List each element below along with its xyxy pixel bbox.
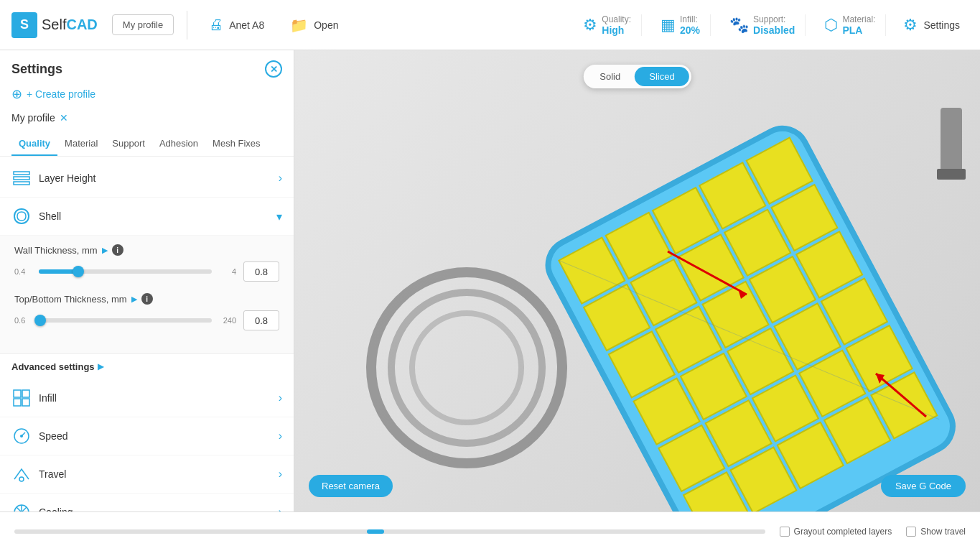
open-button[interactable]: 📁 Open xyxy=(281,12,347,38)
remove-profile-button[interactable]: ✕ xyxy=(60,112,68,124)
bottom-bar: Grayout completed layers Show travel xyxy=(0,511,980,551)
printer-label: Anet A8 xyxy=(229,19,264,31)
base-ring-small xyxy=(409,310,524,425)
view-sliced-button[interactable]: Sliced xyxy=(635,67,689,86)
tab-mesh-fixes[interactable]: Mesh Fixes xyxy=(205,132,267,156)
infill-arrow: › xyxy=(279,392,282,404)
show-travel-checkbox[interactable] xyxy=(906,527,916,537)
profile-button[interactable]: My profile xyxy=(112,14,174,35)
quality-icon: ⚙ xyxy=(583,16,597,34)
settings-tabs: Quality Material Support Adhesion Mesh F… xyxy=(0,132,294,157)
layer-scrollbar-thumb[interactable] xyxy=(367,529,384,534)
infill-text: Infill: 20% xyxy=(680,14,700,36)
slider-thumb-2[interactable] xyxy=(34,315,46,326)
cooling-left: Cooling xyxy=(11,502,73,511)
support-info[interactable]: 🐾 Support: Disabled xyxy=(719,14,806,36)
topbottom-value[interactable]: 0.8 xyxy=(243,310,279,330)
grayout-layers-checkbox-item: Grayout completed layers xyxy=(780,527,892,537)
layer-height-section[interactable]: Layer Height › xyxy=(0,159,294,198)
show-travel-label: Show travel xyxy=(920,527,966,537)
reset-camera-button[interactable]: Reset camera xyxy=(309,475,393,497)
travel-label: Travel xyxy=(39,468,66,480)
layer-scrollbar[interactable] xyxy=(14,529,765,534)
advanced-arrow-icon: ▶ xyxy=(98,362,103,371)
topbottom-slider-row: 0.6 240 0.8 xyxy=(14,310,279,330)
svg-point-9 xyxy=(19,477,24,481)
settings-title: Settings xyxy=(11,62,62,77)
gear-icon: ⚙ xyxy=(903,16,918,34)
wall-thickness-info-button[interactable]: i xyxy=(112,244,123,256)
svg-rect-15 xyxy=(941,108,962,172)
cooling-section[interactable]: Cooling › xyxy=(0,494,294,511)
open-label: Open xyxy=(314,19,338,31)
layer-height-label: Layer Height xyxy=(39,172,95,184)
model-svg xyxy=(524,108,980,511)
grayout-layers-checkbox[interactable] xyxy=(780,527,790,537)
material-text: Material: PLA xyxy=(842,14,875,36)
tab-material[interactable]: Material xyxy=(57,132,105,156)
viewport: Solid Sliced Reset camera Save G Code xyxy=(294,50,980,511)
my-profile-row: My profile ✕ xyxy=(0,109,294,132)
topbar: S SelfCAD My profile 🖨 Anet A8 📁 Open ⚙ … xyxy=(0,0,980,50)
slider-track-2 xyxy=(39,318,212,323)
settings-button[interactable]: ⚙ Settings xyxy=(895,11,969,39)
printer-selector[interactable]: 🖨 Anet A8 xyxy=(200,12,273,37)
folder-icon: 📁 xyxy=(290,17,308,34)
wall-thickness-value[interactable]: 0.8 xyxy=(243,261,279,282)
shell-section[interactable]: Shell ▾ xyxy=(0,198,294,236)
svg-rect-1 xyxy=(14,177,29,180)
infill-section[interactable]: Infill › xyxy=(0,379,294,417)
slider-thumb[interactable] xyxy=(73,266,84,277)
topbottom-info-button[interactable]: i xyxy=(141,293,153,305)
speed-section[interactable]: Speed › xyxy=(0,417,294,455)
tab-adhesion[interactable]: Adhesion xyxy=(152,132,205,156)
svg-rect-6 xyxy=(22,399,29,406)
plus-circle-icon: ⊕ xyxy=(11,86,22,102)
wall-thickness-slider[interactable] xyxy=(39,269,212,274)
save-gcode-button[interactable]: Save G Code xyxy=(881,475,966,497)
svg-rect-5 xyxy=(14,399,21,406)
shell-icon xyxy=(11,206,32,226)
tab-support[interactable]: Support xyxy=(105,132,152,156)
svg-rect-2 xyxy=(14,182,29,185)
view-solid-button[interactable]: Solid xyxy=(585,67,635,86)
sidebar: Settings ✕ ⊕ + Create profile My profile… xyxy=(0,50,294,511)
infill-label: Infill xyxy=(39,392,57,404)
cooling-icon xyxy=(11,502,32,511)
quality-text: Quality: High xyxy=(602,14,631,36)
shell-arrow: ▾ xyxy=(276,210,282,223)
grayout-layers-label: Grayout completed layers xyxy=(794,527,892,537)
wall-thickness-expand[interactable]: ▶ xyxy=(102,246,108,255)
topbottom-slider[interactable] xyxy=(39,318,212,323)
view-toggle: Solid Sliced xyxy=(583,65,691,88)
quality-info[interactable]: ⚙ Quality: High xyxy=(573,14,642,36)
advanced-settings-toggle[interactable]: Advanced settings ▶ xyxy=(0,354,294,379)
travel-icon xyxy=(11,464,32,484)
travel-section[interactable]: Travel › xyxy=(0,455,294,494)
divider-1 xyxy=(187,11,187,40)
main-area: Settings ✕ ⊕ + Create profile My profile… xyxy=(0,50,980,511)
travel-arrow: › xyxy=(279,468,282,481)
speed-label: Speed xyxy=(39,430,67,442)
cooling-arrow: › xyxy=(279,506,282,511)
close-settings-button[interactable]: ✕ xyxy=(265,60,282,78)
svg-rect-0 xyxy=(14,172,29,175)
support-text: Support: Disabled xyxy=(753,14,795,36)
scene-canvas: Solid Sliced Reset camera Save G Code xyxy=(294,50,980,511)
create-profile-button[interactable]: ⊕ + Create profile xyxy=(0,83,294,109)
tab-quality[interactable]: Quality xyxy=(11,132,57,156)
speed-arrow: › xyxy=(279,430,282,443)
speed-icon xyxy=(11,426,32,446)
shell-left: Shell xyxy=(11,206,61,226)
topbottom-expand[interactable]: ▶ xyxy=(131,295,137,304)
material-info[interactable]: ⬡ Material: PLA xyxy=(814,14,886,36)
cooling-label: Cooling xyxy=(39,506,73,511)
infill-icon xyxy=(11,388,32,408)
svg-rect-16 xyxy=(937,169,966,180)
infill-info[interactable]: ▦ Infill: 20% xyxy=(650,14,711,36)
logo-icon: S xyxy=(11,12,37,38)
layer-height-icon xyxy=(11,168,32,188)
svg-rect-3 xyxy=(14,390,21,397)
svg-point-8 xyxy=(20,435,23,437)
topbottom-thickness-label-row: Top/Bottom Thickness, mm ▶ i xyxy=(14,293,279,305)
